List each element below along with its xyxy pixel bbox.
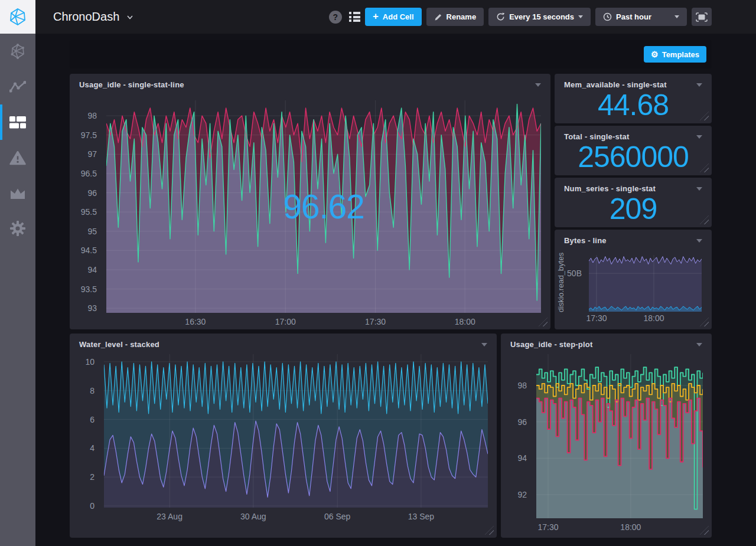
x-tick-label: 23 Aug	[157, 512, 183, 521]
pencil-icon	[434, 13, 442, 21]
gear-icon: ⚙	[651, 50, 659, 58]
sidebar	[0, 34, 35, 546]
navbar-controls: ? + Add Cell Rename Every 15 seconds	[329, 8, 712, 26]
chevron-down-icon	[674, 15, 679, 18]
x-tick-label: 13 Sep	[408, 512, 434, 521]
x-axis-labels: 23 Aug30 Aug06 Sep13 Sep	[104, 512, 488, 522]
overlay-list-button[interactable]	[349, 12, 360, 22]
template-variables-bar: ⚙ Templates	[70, 40, 712, 68]
y-axis-labels: 50B	[557, 255, 586, 312]
y-tick-label: 98	[517, 381, 527, 390]
y-axis-labels: 0246810	[70, 354, 99, 508]
autorefresh-dropdown[interactable]: Every 15 seconds	[488, 8, 591, 26]
y-tick-label: 92	[517, 490, 527, 499]
y-tick-label: 0	[90, 501, 94, 511]
crown-icon	[9, 187, 26, 200]
sidebar-item-alerts[interactable]	[0, 140, 35, 175]
sidebar-item-settings[interactable]	[0, 211, 35, 246]
plus-icon: +	[373, 11, 379, 21]
y-tick-label: 10	[85, 357, 94, 367]
sidebar-item-data-explorer[interactable]	[0, 69, 35, 104]
cell-num-series-single-stat: Num_series - single-stat 209	[555, 178, 712, 227]
cell-menu-caret-icon[interactable]	[696, 135, 702, 139]
x-tick-label: 17:30	[537, 522, 558, 532]
single-stat-value: 44.68	[555, 89, 712, 121]
bytes-line-chart[interactable]	[589, 255, 702, 312]
cell-title: Usage_idle - single-stat-line	[79, 80, 184, 89]
clock-icon	[603, 12, 612, 21]
y-tick-label: 94	[517, 453, 527, 463]
x-tick-label: 18:00	[643, 313, 664, 323]
y-axis-labels: 92949698	[501, 354, 532, 518]
alert-triangle-icon	[9, 151, 26, 165]
help-button[interactable]: ?	[329, 11, 342, 24]
x-tick-label: 18:00	[620, 522, 641, 532]
cell-bytes-line: Bytes - line diskio.read_bytes 50B 17:30…	[555, 230, 712, 329]
chevron-down-icon	[578, 15, 583, 18]
x-tick-label: 06 Sep	[324, 512, 350, 521]
usage-idle-line-chart[interactable]	[106, 100, 541, 313]
cell-menu-caret-icon[interactable]	[696, 83, 702, 87]
cell-menu-caret-icon[interactable]	[481, 343, 487, 346]
x-axis-labels: 16:3017:0017:3018:00	[106, 317, 541, 328]
x-tick-label: 30 Aug	[240, 512, 266, 521]
timerange-dropdown[interactable]: Past hour	[595, 8, 687, 26]
y-tick-label: 96	[517, 417, 527, 427]
list-icon	[349, 12, 360, 14]
graph-pulse-icon	[9, 80, 26, 93]
y-tick-label: 94.5	[81, 246, 97, 255]
x-tick-label: 17:00	[275, 317, 296, 326]
help-icon: ?	[333, 12, 338, 22]
y-tick-label: 97.5	[81, 130, 97, 140]
cell-title: Water_level - stacked	[79, 340, 159, 349]
y-tick-label: 94	[87, 265, 97, 274]
y-tick-label: 95.5	[81, 207, 97, 217]
gear-icon	[9, 220, 26, 237]
add-cell-button[interactable]: + Add Cell	[365, 8, 422, 26]
y-tick-label: 97	[87, 149, 97, 159]
host-cube-icon	[9, 43, 26, 60]
cell-title: Bytes - line	[564, 236, 607, 245]
sidebar-item-dashboards[interactable]	[0, 104, 35, 140]
chronograf-logo[interactable]	[0, 0, 35, 34]
single-stat-value: 209	[555, 193, 712, 225]
single-stat-value: 2560000	[555, 141, 712, 173]
rename-button[interactable]: Rename	[426, 8, 484, 26]
sidebar-item-admin[interactable]	[0, 175, 35, 211]
cell-menu-caret-icon[interactable]	[535, 83, 541, 87]
cell-menu-caret-icon[interactable]	[696, 343, 702, 346]
presentation-mode-button[interactable]	[692, 8, 712, 26]
y-tick-label: 96	[87, 188, 97, 198]
dashboard-title: ChronoDash	[53, 10, 119, 24]
y-tick-label: 8	[90, 386, 94, 395]
y-tick-label: 2	[90, 472, 94, 482]
cell-title: Usage_idle - step-plot	[510, 340, 592, 349]
y-tick-label: 6	[90, 415, 94, 424]
y-tick-label: 4	[90, 443, 94, 453]
y-tick-label: 93.5	[81, 285, 97, 294]
cell-water-level-stacked: Water_level - stacked 0246810 23 Aug30 A…	[70, 334, 497, 538]
x-tick-label: 17:30	[586, 313, 607, 323]
dashboard-grid-icon	[9, 116, 26, 129]
cell-total-single-stat: Total - single-stat 2560000	[555, 126, 712, 175]
cell-usage-idle-single-stat-line: Usage_idle - single-stat-line 9393.59494…	[70, 74, 550, 329]
water-level-stacked-chart[interactable]	[104, 354, 488, 508]
y-tick-label: 93	[87, 303, 97, 313]
x-tick-label: 18:00	[455, 317, 475, 326]
dashboard-switcher[interactable]: ChronoDash	[53, 0, 133, 34]
top-navbar: ChronoDash ? + Add Cell Rename	[0, 0, 756, 34]
y-axis-labels: 9393.59494.59595.59696.59797.598	[70, 100, 102, 313]
refresh-icon	[496, 12, 505, 21]
cell-usage-idle-step-plot: Usage_idle - step-plot 92949698 17:3018:…	[501, 334, 712, 538]
usage-idle-step-chart[interactable]	[536, 354, 703, 518]
templates-button[interactable]: ⚙ Templates	[644, 46, 706, 63]
resize-handle[interactable]	[485, 526, 494, 535]
cell-menu-caret-icon[interactable]	[696, 239, 702, 243]
sidebar-item-hosts[interactable]	[0, 34, 35, 69]
chevron-down-icon	[126, 14, 133, 21]
cell-menu-caret-icon[interactable]	[696, 187, 702, 191]
fullscreen-icon	[696, 12, 708, 22]
chronograf-logo-icon	[8, 8, 27, 27]
cell-mem-available-single-stat: Mem_available - single-stat 44.68	[555, 74, 712, 123]
x-axis-labels: 17:3018:00	[536, 522, 703, 533]
